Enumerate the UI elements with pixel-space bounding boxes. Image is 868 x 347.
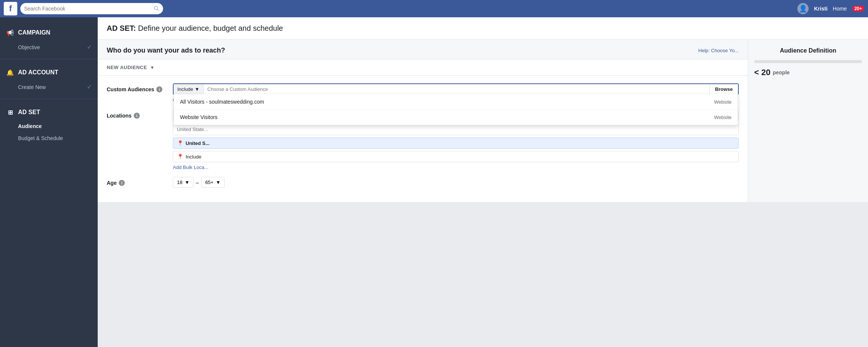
page-title-desc: Define your audience, budget and schedul… — [138, 24, 283, 32]
search-input[interactable] — [24, 6, 151, 12]
custom-audiences-control: Include ▼ Browse All V — [173, 83, 739, 103]
sidebar-item-audience[interactable]: Audience — [0, 120, 98, 132]
dropdown-item-all-visitors[interactable]: All Visitors - soulmateswedding.com Webs… — [174, 94, 738, 110]
sidebar-item-create-new[interactable]: Create New ✓ — [0, 80, 98, 94]
include-tag-text: Include — [186, 154, 201, 160]
sidebar-item-objective[interactable]: Objective ✓ — [0, 41, 98, 54]
age-max-chevron-icon: ▼ — [216, 180, 221, 185]
new-audience-label: NEW AUDIENCE — [107, 65, 147, 70]
home-link[interactable]: Home — [833, 6, 847, 12]
sidebar-divider-2 — [0, 99, 98, 99]
objective-label: Objective — [18, 44, 40, 50]
page-header: AD SET: Define your audience, budget and… — [98, 17, 868, 40]
dropdown-item-source-1: Website — [714, 115, 732, 120]
dropdown-item-source-0: Website — [714, 99, 732, 105]
age-min-label: 18 — [177, 180, 182, 185]
sidebar-ad-set-header: ⊞ AD SET — [0, 104, 98, 120]
audience-panel: Who do you want your ads to reach? Help:… — [98, 40, 748, 202]
sidebar-section-campaign: 📢 CAMPAIGN Objective ✓ — [0, 21, 98, 57]
browse-button[interactable]: Browse — [709, 84, 738, 94]
age-min-chevron-icon: ▼ — [184, 180, 189, 185]
age-label: Age i — [107, 177, 167, 186]
search-bar-container — [20, 3, 163, 14]
locations-info-icon[interactable]: i — [134, 113, 140, 119]
sidebar-campaign-header: 📢 CAMPAIGN — [0, 25, 98, 41]
sidebar-section-ad-account: 🔔 AD ACCOUNT Create New ✓ — [0, 61, 98, 97]
section-header-bar: Who do you want your ads to reach? Help:… — [98, 40, 748, 59]
audience-definition-title: Audience Definition — [754, 47, 862, 54]
audience-meter — [754, 60, 862, 63]
new-audience-row: NEW AUDIENCE ▼ — [98, 59, 748, 76]
location-tag: 📍 United S... — [173, 137, 739, 149]
ad-set-label: AD SET — [18, 109, 40, 116]
sidebar: 📢 CAMPAIGN Objective ✓ 🔔 AD ACCOUNT Crea… — [0, 17, 98, 347]
include-tag: 📍 Include — [173, 151, 739, 162]
ad-set-icon: ⊞ — [6, 108, 14, 116]
age-info-icon[interactable]: i — [119, 180, 125, 186]
audience-count: < 20 people — [754, 68, 862, 77]
location-tag-text: United S... — [186, 140, 210, 146]
audience-dropdown: All Visitors - soulmateswedding.com Webs… — [174, 94, 738, 125]
custom-audiences-label: Custom Audiences i — [107, 83, 167, 92]
include-label: Include — [177, 86, 193, 92]
facebook-logo: f — [4, 2, 17, 15]
form-section: Custom Audiences i Include ▼ — [98, 76, 748, 202]
age-min-select[interactable]: 18 ▼ — [173, 177, 194, 188]
sidebar-item-budget-schedule[interactable]: Budget & Schedule — [0, 132, 98, 144]
age-control: 18 ▼ – 65+ ▼ — [173, 177, 739, 188]
dropdown-item-name-0: All Visitors - soulmateswedding.com — [180, 99, 264, 105]
page-wrapper: 📢 CAMPAIGN Objective ✓ 🔔 AD ACCOUNT Crea… — [0, 17, 868, 347]
create-new-check-icon: ✓ — [87, 83, 92, 91]
help-link[interactable]: Help: Choose Yo... — [698, 48, 739, 53]
budget-schedule-label: Budget & Schedule — [18, 135, 63, 141]
search-icon — [153, 5, 159, 12]
sidebar-divider-1 — [0, 59, 98, 59]
notification-badge[interactable]: 20+ — [852, 6, 864, 12]
nav-right: 👤 Kristi Home 20+ — [797, 3, 864, 14]
ad-account-label: AD ACCOUNT — [18, 69, 58, 76]
add-bulk-link[interactable]: Add Bulk Loca... — [173, 164, 209, 170]
custom-audiences-info-icon[interactable]: i — [156, 86, 162, 92]
sidebar-ad-account-header: 🔔 AD ACCOUNT — [0, 65, 98, 80]
sidebar-section-ad-set: ⊞ AD SET Audience Budget & Schedule — [0, 101, 98, 148]
include-pin-icon: 📍 — [177, 154, 183, 160]
audience-sidebar-label: Audience — [18, 123, 42, 129]
audience-people-label: people — [773, 69, 789, 75]
objective-check-icon: ✓ — [87, 44, 92, 51]
include-select[interactable]: Include ▼ — [174, 84, 204, 94]
audience-input-row: Include ▼ Browse All V — [173, 83, 739, 95]
page-title: AD SET: Define your audience, budget and… — [107, 24, 283, 32]
dropdown-item-website-visitors[interactable]: Website Visitors Website — [174, 110, 738, 125]
custom-audiences-row: Custom Audiences i Include ▼ — [107, 83, 739, 103]
username-label: Kristi — [814, 6, 827, 12]
age-max-select[interactable]: 65+ ▼ — [201, 177, 225, 188]
pin-icon: 📍 — [177, 140, 183, 146]
page-title-prefix: AD SET: — [107, 24, 136, 32]
audience-count-value: < 20 — [754, 68, 770, 77]
age-max-label: 65+ — [205, 180, 213, 185]
age-dash: – — [194, 180, 201, 186]
include-chevron-icon: ▼ — [195, 86, 200, 92]
locations-label: Locations i — [107, 110, 167, 119]
ad-account-icon: 🔔 — [6, 68, 14, 77]
campaign-icon: 📢 — [6, 29, 14, 37]
section-title: Who do you want your ads to reach? — [107, 47, 225, 54]
content-area: Who do you want your ads to reach? Help:… — [98, 40, 868, 202]
campaign-label: CAMPAIGN — [18, 29, 50, 36]
new-audience-chevron-icon[interactable]: ▼ — [150, 65, 154, 70]
audience-definition-panel: Audience Definition < 20 people — [748, 40, 868, 202]
create-new-label: Create New — [18, 84, 46, 90]
age-row: Age i 18 ▼ – 65+ ▼ — [107, 177, 739, 188]
custom-audience-text-input[interactable] — [204, 84, 709, 94]
dropdown-item-name-1: Website Visitors — [180, 114, 218, 120]
main-content: AD SET: Define your audience, budget and… — [98, 17, 868, 347]
top-navigation: f 👤 Kristi Home 20+ — [0, 0, 868, 17]
avatar: 👤 — [797, 3, 809, 14]
